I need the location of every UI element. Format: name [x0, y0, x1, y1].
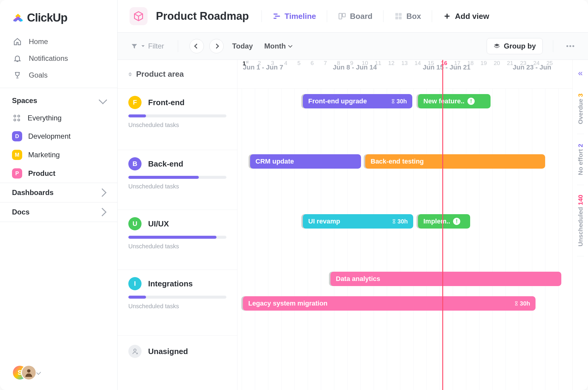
- day-label: 24: [530, 60, 543, 66]
- more-button[interactable]: [563, 42, 577, 50]
- svg-rect-9: [395, 16, 398, 19]
- space-item-marketing[interactable]: MMarketing: [0, 146, 117, 164]
- svg-point-3: [18, 119, 20, 121]
- dashboards-section[interactable]: Dashboards: [0, 183, 117, 202]
- prev-button[interactable]: [190, 39, 204, 53]
- clickup-icon: [12, 12, 24, 24]
- space-label: Marketing: [28, 151, 60, 159]
- group-row-backend[interactable]: BBack-endUnscheduled tasks: [118, 150, 237, 210]
- group-badge: B: [128, 157, 142, 170]
- docs-label: Docs: [12, 208, 30, 216]
- space-label: Product: [28, 169, 55, 178]
- space-item-product[interactable]: PProduct: [0, 164, 117, 183]
- group-progress: [128, 176, 226, 179]
- day-label: 14: [411, 60, 424, 66]
- svg-rect-8: [399, 13, 401, 16]
- tab-timeline[interactable]: Timeline: [267, 9, 321, 24]
- chevron-left-icon: [194, 44, 199, 49]
- day-label: 25: [543, 60, 556, 66]
- unassigned-group[interactable]: Unasigned: [118, 336, 237, 372]
- page-title: Product Roadmap: [156, 10, 249, 22]
- space-item-development[interactable]: DDevelopment: [0, 127, 117, 146]
- everything-label: Everything: [28, 114, 61, 122]
- group-column: Product area FFront-endUnscheduled tasks…: [118, 60, 237, 390]
- spaces-header[interactable]: Spaces: [0, 92, 117, 109]
- unscheduled-link[interactable]: Unscheduled tasks: [128, 183, 226, 196]
- day-label: 19: [477, 60, 490, 66]
- brand-logo[interactable]: ClickUp: [0, 0, 117, 33]
- nav-goals[interactable]: Goals: [9, 67, 108, 84]
- unscheduled-link[interactable]: Unscheduled tasks: [128, 243, 226, 256]
- everything-icon: [12, 113, 22, 123]
- trophy-icon: [13, 71, 22, 79]
- plus-icon: [443, 12, 451, 20]
- side-stat-count: 140: [577, 195, 584, 205]
- task-bar[interactable]: Front-end upgrade30h: [303, 94, 412, 108]
- nav-goals-label: Goals: [29, 71, 48, 79]
- page-icon[interactable]: [130, 7, 148, 25]
- add-view-button[interactable]: Add view: [437, 9, 494, 24]
- day-label: 5: [293, 60, 305, 66]
- side-stat-count: 3: [577, 93, 584, 97]
- day-label: 15: [425, 60, 437, 66]
- day-label: 3: [266, 60, 279, 66]
- group-badge: F: [128, 96, 142, 109]
- task-bar[interactable]: UI revamp30h: [303, 214, 413, 229]
- filter-label: Filter: [148, 42, 164, 50]
- unscheduled-link[interactable]: Unscheduled tasks: [128, 122, 226, 135]
- tab-board[interactable]: Board: [333, 9, 378, 24]
- group-row-uiux[interactable]: UUI/UXUnscheduled tasks: [118, 210, 237, 270]
- side-stat-count: 2: [577, 144, 584, 147]
- range-select[interactable]: Month: [261, 42, 294, 50]
- gantt-chart[interactable]: Jun 1 - Jun 7Jun 8 - Jun 14Jun 15 - Jun …: [237, 60, 572, 390]
- side-stat-overdue[interactable]: Overdue 3: [577, 84, 584, 134]
- group-progress: [128, 236, 226, 239]
- side-stat-noeffort[interactable]: No effort 2: [577, 134, 584, 185]
- unassigned-icon: [128, 345, 142, 358]
- group-row-frontend[interactable]: FFront-endUnscheduled tasks: [118, 89, 237, 150]
- day-label: 12: [385, 60, 398, 66]
- everything-item[interactable]: Everything: [0, 109, 117, 127]
- group-by-button[interactable]: Group by: [487, 38, 543, 54]
- task-bar[interactable]: Data analytics: [330, 272, 561, 286]
- group-name: Back-end: [148, 159, 183, 169]
- grid-lines: [237, 89, 572, 390]
- docs-section[interactable]: Docs: [0, 202, 117, 222]
- nav-home[interactable]: Home: [9, 33, 108, 50]
- chevron-right-icon: [98, 188, 106, 197]
- task-bar[interactable]: Back-end testing: [365, 154, 545, 169]
- side-stat-unsched[interactable]: Unscheduled 140: [577, 185, 584, 256]
- brand-name: ClickUp: [27, 11, 67, 24]
- main-content: Product Roadmap Timeline Board Box Add v…: [118, 0, 588, 390]
- divider: [0, 88, 117, 88]
- tab-timeline-label: Timeline: [285, 12, 316, 21]
- add-view-label: Add view: [455, 12, 489, 21]
- topbar: Product Roadmap Timeline Board Box Add v…: [118, 0, 588, 33]
- chevron-down-icon: [288, 43, 292, 48]
- user-avatar: [21, 365, 37, 380]
- nav-notifications[interactable]: Notifications: [9, 50, 108, 67]
- task-bar[interactable]: CRM update: [250, 154, 361, 169]
- group-column-header[interactable]: Product area: [118, 60, 237, 89]
- space-label: Development: [28, 132, 70, 140]
- task-label: Legacy system migration: [248, 300, 327, 307]
- task-bar[interactable]: Implem..!: [418, 214, 470, 229]
- space-badge: D: [12, 131, 22, 141]
- filter-button[interactable]: Filter: [128, 39, 166, 53]
- next-button[interactable]: [209, 39, 224, 53]
- task-bar[interactable]: New feature..!: [418, 94, 491, 108]
- user-area[interactable]: S: [0, 356, 117, 390]
- toolbar: Filter Today Month Group by: [118, 33, 588, 60]
- group-row-integrations[interactable]: IIntegrationsUnscheduled tasks: [118, 270, 237, 336]
- task-bar[interactable]: Legacy system migration30h: [243, 296, 536, 311]
- day-label: 4: [279, 60, 292, 66]
- collapse-rail-button[interactable]: «: [578, 65, 583, 84]
- tab-box[interactable]: Box: [389, 9, 426, 24]
- day-label: 10: [359, 60, 371, 66]
- svg-rect-6: [342, 13, 345, 17]
- today-button[interactable]: Today: [229, 42, 256, 50]
- unscheduled-link[interactable]: Unscheduled tasks: [128, 303, 226, 316]
- hourglass-icon: [514, 301, 519, 306]
- group-name: UI/UX: [148, 219, 169, 229]
- task-effort: 30h: [391, 98, 407, 105]
